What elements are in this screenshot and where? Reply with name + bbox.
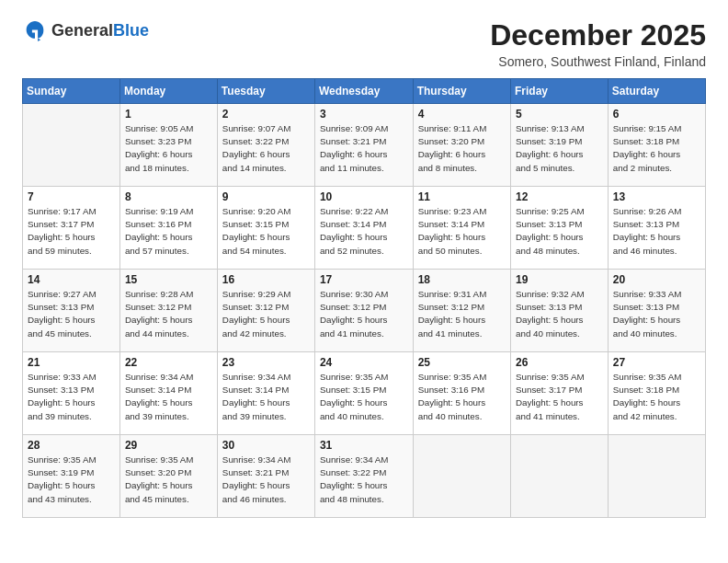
day-cell-1: 1Sunrise: 9:05 AM Sunset: 3:23 PM Daylig… (119, 104, 217, 187)
day-cell-25: 25Sunrise: 9:35 AM Sunset: 3:16 PM Dayli… (413, 352, 510, 435)
day-cell-16: 16Sunrise: 9:29 AM Sunset: 3:12 PM Dayli… (217, 270, 314, 352)
day-cell-29: 29Sunrise: 9:35 AM Sunset: 3:20 PM Dayli… (119, 435, 217, 518)
day-number: 21 (28, 356, 115, 369)
day-info: Sunrise: 9:25 AM Sunset: 3:13 PM Dayligh… (516, 205, 603, 258)
week-row-5: 28Sunrise: 9:35 AM Sunset: 3:19 PM Dayli… (23, 435, 706, 518)
day-cell-30: 30Sunrise: 9:34 AM Sunset: 3:21 PM Dayli… (217, 435, 314, 518)
day-number: 6 (613, 108, 700, 121)
day-info: Sunrise: 9:33 AM Sunset: 3:13 PM Dayligh… (613, 288, 700, 340)
weekday-header-row: SundayMondayTuesdayWednesdayThursdayFrid… (23, 79, 706, 104)
day-number: 28 (28, 439, 115, 452)
day-info: Sunrise: 9:17 AM Sunset: 3:17 PM Dayligh… (28, 205, 115, 258)
day-info: Sunrise: 9:35 AM Sunset: 3:20 PM Dayligh… (125, 454, 212, 506)
day-number: 27 (613, 356, 700, 369)
day-number: 15 (125, 273, 212, 286)
day-cell-26: 26Sunrise: 9:35 AM Sunset: 3:17 PM Dayli… (510, 352, 608, 435)
day-info: Sunrise: 9:34 AM Sunset: 3:14 PM Dayligh… (222, 371, 310, 423)
weekday-header-tuesday: Tuesday (217, 79, 314, 104)
day-cell-12: 12Sunrise: 9:25 AM Sunset: 3:13 PM Dayli… (510, 187, 608, 270)
day-number: 4 (418, 108, 506, 121)
day-cell-24: 24Sunrise: 9:35 AM Sunset: 3:15 PM Dayli… (314, 352, 413, 435)
day-cell-10: 10Sunrise: 9:22 AM Sunset: 3:14 PM Dayli… (314, 187, 413, 270)
day-cell-13: 13Sunrise: 9:26 AM Sunset: 3:13 PM Dayli… (608, 187, 705, 270)
day-cell-27: 27Sunrise: 9:35 AM Sunset: 3:18 PM Dayli… (608, 352, 705, 435)
day-info: Sunrise: 9:13 AM Sunset: 3:19 PM Dayligh… (516, 122, 603, 175)
weekday-header-thursday: Thursday (413, 79, 510, 104)
day-number: 16 (222, 273, 310, 286)
day-cell-17: 17Sunrise: 9:30 AM Sunset: 3:12 PM Dayli… (314, 270, 413, 352)
day-cell-11: 11Sunrise: 9:23 AM Sunset: 3:14 PM Dayli… (413, 187, 510, 270)
day-number: 19 (516, 273, 603, 286)
day-info: Sunrise: 9:05 AM Sunset: 3:23 PM Dayligh… (125, 122, 212, 175)
day-cell-14: 14Sunrise: 9:27 AM Sunset: 3:13 PM Dayli… (23, 270, 120, 352)
day-info: Sunrise: 9:33 AM Sunset: 3:13 PM Dayligh… (28, 371, 115, 423)
day-number: 3 (320, 108, 408, 121)
weekday-header-saturday: Saturday (608, 79, 705, 104)
day-cell-4: 4Sunrise: 9:11 AM Sunset: 3:20 PM Daylig… (413, 104, 510, 187)
weekday-header-sunday: Sunday (23, 79, 120, 104)
empty-cell (413, 435, 510, 518)
day-info: Sunrise: 9:35 AM Sunset: 3:15 PM Dayligh… (320, 371, 408, 423)
day-number: 8 (125, 190, 212, 203)
day-cell-21: 21Sunrise: 9:33 AM Sunset: 3:13 PM Dayli… (23, 352, 120, 435)
day-info: Sunrise: 9:34 AM Sunset: 3:14 PM Dayligh… (125, 371, 212, 423)
day-info: Sunrise: 9:34 AM Sunset: 3:21 PM Dayligh… (222, 454, 310, 506)
day-number: 12 (516, 190, 603, 203)
empty-cell (608, 435, 705, 518)
day-info: Sunrise: 9:15 AM Sunset: 3:18 PM Dayligh… (613, 122, 700, 175)
logo-blue: Blue (113, 22, 149, 40)
day-number: 1 (125, 108, 212, 121)
logo-icon (22, 18, 48, 44)
day-info: Sunrise: 9:28 AM Sunset: 3:12 PM Dayligh… (125, 288, 212, 340)
day-cell-31: 31Sunrise: 9:34 AM Sunset: 3:22 PM Dayli… (314, 435, 413, 518)
day-number: 14 (28, 273, 115, 286)
day-number: 5 (516, 108, 603, 121)
day-number: 17 (320, 273, 408, 286)
day-cell-5: 5Sunrise: 9:13 AM Sunset: 3:19 PM Daylig… (510, 104, 608, 187)
day-info: Sunrise: 9:35 AM Sunset: 3:17 PM Dayligh… (516, 371, 603, 423)
day-info: Sunrise: 9:35 AM Sunset: 3:16 PM Dayligh… (418, 371, 506, 423)
day-number: 2 (222, 108, 310, 121)
day-number: 7 (28, 190, 115, 203)
day-number: 31 (320, 439, 408, 452)
day-info: Sunrise: 9:07 AM Sunset: 3:22 PM Dayligh… (222, 122, 310, 175)
calendar: SundayMondayTuesdayWednesdayThursdayFrid… (22, 78, 706, 518)
weekday-header-wednesday: Wednesday (314, 79, 413, 104)
day-number: 30 (222, 439, 310, 452)
day-info: Sunrise: 9:20 AM Sunset: 3:15 PM Dayligh… (222, 205, 310, 258)
day-cell-22: 22Sunrise: 9:34 AM Sunset: 3:14 PM Dayli… (119, 352, 217, 435)
title-block: December 2025 Somero, Southwest Finland,… (490, 18, 706, 69)
page-header: GeneralBlue December 2025 Somero, Southw… (22, 18, 706, 69)
logo-general: General (51, 22, 113, 40)
weekday-header-monday: Monday (119, 79, 217, 104)
week-row-4: 21Sunrise: 9:33 AM Sunset: 3:13 PM Dayli… (23, 352, 706, 435)
day-number: 25 (418, 356, 506, 369)
day-info: Sunrise: 9:27 AM Sunset: 3:13 PM Dayligh… (28, 288, 115, 340)
location-title: Somero, Southwest Finland, Finland (490, 54, 706, 69)
day-number: 13 (613, 190, 700, 203)
empty-cell (510, 435, 608, 518)
day-cell-18: 18Sunrise: 9:31 AM Sunset: 3:12 PM Dayli… (413, 270, 510, 352)
day-cell-8: 8Sunrise: 9:19 AM Sunset: 3:16 PM Daylig… (119, 187, 217, 270)
week-row-3: 14Sunrise: 9:27 AM Sunset: 3:13 PM Dayli… (23, 270, 706, 352)
day-number: 10 (320, 190, 408, 203)
day-info: Sunrise: 9:34 AM Sunset: 3:22 PM Dayligh… (320, 454, 408, 506)
logo: GeneralBlue (22, 18, 149, 44)
day-number: 20 (613, 273, 700, 286)
day-number: 26 (516, 356, 603, 369)
month-title: December 2025 (490, 18, 706, 52)
day-info: Sunrise: 9:11 AM Sunset: 3:20 PM Dayligh… (418, 122, 506, 175)
day-info: Sunrise: 9:35 AM Sunset: 3:19 PM Dayligh… (28, 454, 115, 506)
day-info: Sunrise: 9:26 AM Sunset: 3:13 PM Dayligh… (613, 205, 700, 258)
day-cell-19: 19Sunrise: 9:32 AM Sunset: 3:13 PM Dayli… (510, 270, 608, 352)
day-cell-28: 28Sunrise: 9:35 AM Sunset: 3:19 PM Dayli… (23, 435, 120, 518)
day-info: Sunrise: 9:35 AM Sunset: 3:18 PM Dayligh… (613, 371, 700, 423)
day-cell-9: 9Sunrise: 9:20 AM Sunset: 3:15 PM Daylig… (217, 187, 314, 270)
day-info: Sunrise: 9:29 AM Sunset: 3:12 PM Dayligh… (222, 288, 310, 340)
day-number: 23 (222, 356, 310, 369)
day-cell-15: 15Sunrise: 9:28 AM Sunset: 3:12 PM Dayli… (119, 270, 217, 352)
empty-cell (23, 104, 120, 187)
day-cell-6: 6Sunrise: 9:15 AM Sunset: 3:18 PM Daylig… (608, 104, 705, 187)
day-info: Sunrise: 9:09 AM Sunset: 3:21 PM Dayligh… (320, 122, 408, 175)
weekday-header-friday: Friday (510, 79, 608, 104)
